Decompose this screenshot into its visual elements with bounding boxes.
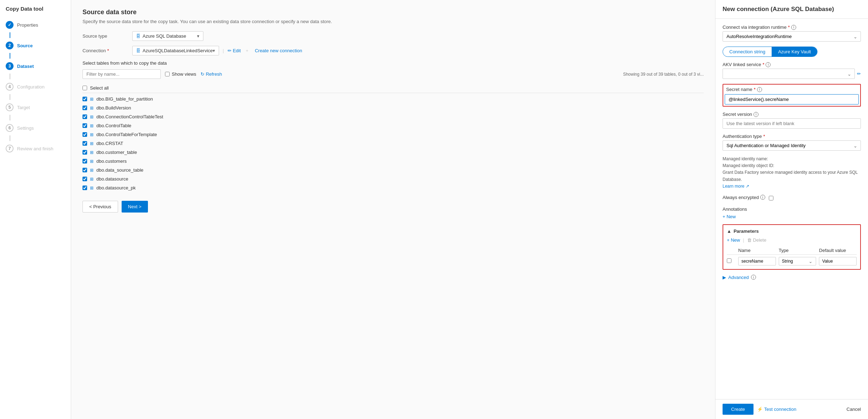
table-checkbox-3[interactable]: [82, 123, 87, 128]
next-button[interactable]: Next >: [122, 201, 148, 213]
info-icon-5[interactable]: i: [760, 195, 765, 200]
sidebar-label-dataset: Dataset: [17, 64, 34, 69]
table-name-0: dbo.BIG_table_for_partition: [96, 96, 153, 102]
param-default-input[interactable]: [819, 257, 857, 265]
connection-select[interactable]: 🗄 AzureSQLDatabaseLinkedService ▾: [132, 46, 219, 55]
managed-identity-section: Managed identity name: Managed identity …: [723, 156, 861, 190]
sidebar-item-dataset[interactable]: 3 Dataset: [0, 59, 71, 74]
managed-identity-text-2: Managed identity object ID:: [723, 162, 861, 169]
show-views-checkbox[interactable]: [165, 72, 170, 76]
connection-chevron-icon: ▾: [213, 48, 215, 53]
table-icon: ⊞: [90, 114, 94, 119]
step-circle-dataset: 3: [6, 62, 14, 70]
advance-triangle-icon: ▶: [723, 275, 726, 280]
auth-type-select[interactable]: Sql Authentication or Managed Identity: [723, 140, 861, 151]
info-icon-2[interactable]: i: [766, 62, 771, 67]
secret-version-field: Secret version i: [723, 112, 861, 129]
always-encrypted-row: Always encrypted i: [723, 195, 861, 202]
table-checkbox-9[interactable]: [82, 177, 87, 181]
sidebar-connector-2: [10, 53, 10, 59]
sidebar-label-review: Review and finish: [17, 146, 53, 151]
table-checkbox-8[interactable]: [82, 168, 87, 172]
source-type-select[interactable]: 🗄 Azure SQL Database ▾: [132, 31, 203, 41]
connect-via-label: Connect via integration runtime * i: [723, 25, 861, 30]
table-name-5: dbo.CRSTAT: [96, 141, 123, 146]
sidebar-item-target[interactable]: 5 Target: [0, 100, 71, 115]
showing-text: Showing 39 out of 39 tables, 0 out of 3 …: [623, 72, 704, 77]
select-tables-label: Select tables from which to copy the dat…: [82, 60, 704, 66]
params-toolbar: + New | 🗑 Delete: [727, 237, 857, 243]
sidebar-item-settings[interactable]: 6 Settings: [0, 120, 71, 135]
source-type-row: Source type 🗄 Azure SQL Database ▾: [82, 31, 704, 41]
table-checkbox-10[interactable]: [82, 186, 87, 190]
refresh-icon: ↻: [201, 71, 204, 77]
info-icon-6[interactable]: i: [751, 275, 756, 280]
table-name-1: dbo.BuildVersion: [96, 105, 131, 111]
annotations-section: Annotations + New: [723, 206, 861, 219]
chevron-down-icon: ▾: [197, 33, 199, 39]
params-new-button[interactable]: + New: [727, 237, 740, 243]
param-type-select[interactable]: String: [779, 257, 816, 265]
tab-azure-key-vault[interactable]: Azure Key Vault: [772, 47, 817, 57]
connect-via-select[interactable]: AutoResolveIntegrationRuntime: [723, 31, 861, 42]
refresh-button[interactable]: ↻ Refresh: [201, 71, 222, 77]
annotations-label: Annotations: [723, 206, 861, 212]
sidebar-item-properties[interactable]: ✓ Properties: [0, 17, 71, 32]
sidebar-connector-5: [10, 115, 10, 120]
select-all-row: Select all: [82, 83, 704, 93]
cancel-button[interactable]: Cancel: [847, 407, 861, 412]
create-new-connection-link[interactable]: Create new connection: [254, 48, 302, 53]
connection-type-tabs: Connection string Azure Key Vault: [723, 47, 818, 57]
select-all-checkbox[interactable]: [82, 86, 87, 90]
akv-input-wrapper: ✏: [723, 69, 861, 79]
akv-linked-service-select[interactable]: [723, 69, 855, 79]
param-name-input[interactable]: [738, 257, 776, 265]
sidebar-item-configuration[interactable]: 4 Configuration: [0, 79, 71, 94]
step-circle-review: 7: [6, 145, 14, 152]
managed-identity-text-3: Grant Data Factory service managed ident…: [723, 169, 861, 183]
akv-pencil-icon[interactable]: ✏: [857, 71, 861, 76]
filter-input[interactable]: [82, 69, 161, 79]
table-checkbox-5[interactable]: [82, 141, 87, 146]
managed-identity-text-1: Managed identity name:: [723, 156, 861, 162]
advanced-section[interactable]: ▶ Advanced i: [723, 275, 861, 280]
tab-connection-string[interactable]: Connection string: [723, 47, 772, 57]
table-name-6: dbo.customer_table: [96, 150, 137, 155]
params-type-col: Type: [779, 248, 816, 253]
info-icon-4[interactable]: i: [753, 112, 758, 117]
info-icon-1[interactable]: i: [791, 25, 796, 30]
connect-via-select-wrapper: AutoResolveIntegrationRuntime: [723, 31, 861, 42]
table-checkbox-2[interactable]: [82, 114, 87, 119]
learn-more-link[interactable]: Learn more ↗: [723, 184, 749, 189]
test-connection-button[interactable]: ⚡ Test connection: [757, 407, 796, 412]
table-checkbox-1[interactable]: [82, 106, 87, 110]
table-checkbox-0[interactable]: [82, 97, 87, 101]
always-encrypted-checkbox[interactable]: [769, 196, 773, 200]
secret-version-input[interactable]: [723, 118, 861, 129]
akv-linked-service-field: AKV linked service * i ✏: [723, 62, 861, 79]
param-row-checkbox[interactable]: [727, 258, 731, 263]
table-icon: ⊞: [90, 123, 94, 128]
toolbar-separator: |: [743, 237, 744, 243]
edit-link[interactable]: ✏ Edit: [228, 48, 241, 53]
table-checkbox-6[interactable]: [82, 150, 87, 155]
create-button[interactable]: Create: [723, 404, 753, 415]
info-icon-3[interactable]: i: [757, 87, 762, 92]
list-item: ⊞ dbo.ControlTableForTemplate: [82, 130, 704, 139]
required-star-1: *: [788, 25, 790, 30]
params-delete-button[interactable]: 🗑 Delete: [747, 237, 767, 243]
sidebar-item-source[interactable]: 2 Source: [0, 38, 71, 53]
list-item: ⊞ dbo.datasource_pk: [82, 183, 704, 192]
previous-button[interactable]: < Previous: [82, 201, 118, 213]
secret-name-input[interactable]: [725, 94, 859, 104]
sidebar-connector-3: [10, 74, 10, 79]
table-checkbox-4[interactable]: [82, 132, 87, 137]
show-views-checkbox-label[interactable]: Show views: [165, 71, 196, 77]
add-annotation-button[interactable]: + New: [723, 214, 736, 219]
table-icon: ⊞: [90, 150, 94, 155]
param-type-select-wrapper: String: [779, 257, 816, 265]
step-circle-source: 2: [6, 42, 14, 49]
sidebar-item-review[interactable]: 7 Review and finish: [0, 141, 71, 156]
required-star-4: *: [763, 134, 765, 139]
table-checkbox-7[interactable]: [82, 159, 87, 163]
